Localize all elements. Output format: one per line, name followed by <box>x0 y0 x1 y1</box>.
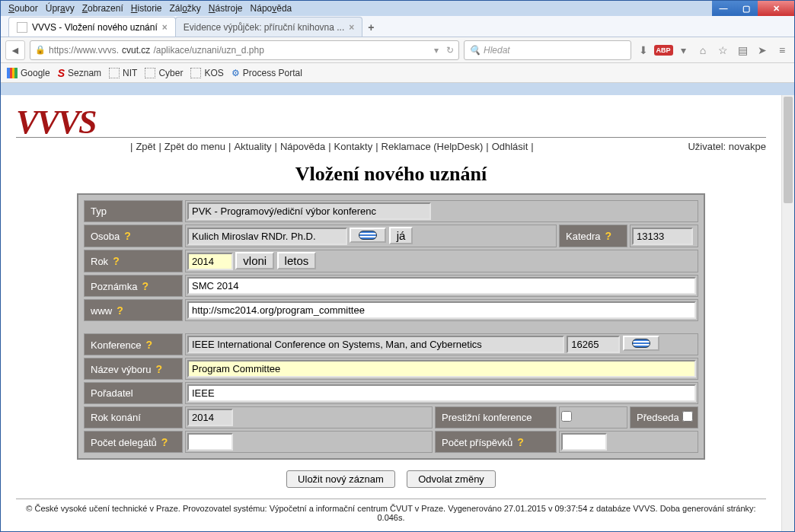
tab-inactive[interactable]: Evidence výpůjček: příruční knihovna ...… <box>175 17 362 37</box>
menu-zalozky[interactable]: Záložky <box>166 2 203 14</box>
app-logo: VVVS <box>16 103 96 142</box>
label-www: www? <box>84 299 183 321</box>
reader-icon[interactable]: ▤ <box>735 43 750 58</box>
help-icon[interactable]: ? <box>161 436 168 448</box>
menu-bar: Soubor Úpravy Zobrazení Historie Záložky… <box>1 1 794 16</box>
konference-field[interactable] <box>187 336 564 353</box>
help-icon[interactable]: ? <box>124 230 131 242</box>
menu-historie[interactable]: Historie <box>128 2 165 14</box>
help-icon[interactable]: ? <box>517 436 524 448</box>
label-osoba: Osoba? <box>84 225 183 247</box>
bookmark-seznam[interactable]: SSeznam <box>58 67 101 79</box>
maximize-button[interactable]: ▢ <box>735 1 758 16</box>
bookmark-label: Process Portal <box>243 68 302 78</box>
nav-kontakty[interactable]: Kontakty <box>331 141 376 152</box>
bookmark-label: Google <box>21 68 50 78</box>
url-bar[interactable]: 🔒 https://www.vvvs.cvut.cz/aplikace/uzna… <box>30 40 459 60</box>
poznamka-field[interactable] <box>187 277 696 295</box>
label-pocet-prispevku: Počet příspěvků? <box>435 431 557 453</box>
search-icon: 🔍 <box>469 45 481 56</box>
nav-reklamace[interactable]: Reklamace (HelpDesk) <box>378 141 487 152</box>
rok-field[interactable] <box>187 253 233 270</box>
menu-upravy[interactable]: Úpravy <box>43 2 78 14</box>
nav-zpet[interactable]: Zpět <box>132 141 158 152</box>
osoba-lookup-button[interactable] <box>350 228 386 243</box>
ja-button[interactable]: já <box>389 227 413 244</box>
top-nav: | Zpět | Zpět do menu | Aktuality | Nápo… <box>16 138 766 157</box>
help-icon[interactable]: ? <box>146 339 153 351</box>
menu-zobrazeni[interactable]: Zobrazení <box>79 2 126 14</box>
vertical-scrollbar[interactable] <box>781 95 794 531</box>
vloni-button[interactable]: vloni <box>235 252 274 269</box>
label-katedra: Katedra? <box>559 225 627 247</box>
browser-window: — ▢ ✕ Soubor Úpravy Zobrazení Historie Z… <box>0 0 795 532</box>
konference-lookup-button[interactable] <box>623 336 659 351</box>
bookmark-nit[interactable]: NIT <box>109 68 137 78</box>
predseda-checkbox[interactable] <box>682 411 693 422</box>
nav-aktuality[interactable]: Aktuality <box>231 141 274 152</box>
minimize-button[interactable]: — <box>712 1 735 16</box>
letos-button[interactable]: letos <box>277 252 317 269</box>
save-button[interactable]: Uložit nový záznam <box>286 470 395 488</box>
tab-active[interactable]: VVVS - Vložení nového uznání × <box>8 17 176 37</box>
url-path: /aplikace/uznani/uzn_d.php <box>153 45 263 56</box>
tab-close-icon[interactable]: × <box>162 22 168 33</box>
search-placeholder: Hledat <box>484 45 510 56</box>
hamburger-icon[interactable]: ≡ <box>774 43 790 58</box>
rok-konani-field[interactable] <box>187 409 233 426</box>
page-title: Vložení nového uznání <box>16 163 766 186</box>
cancel-button[interactable]: Odvolat změny <box>407 470 496 488</box>
www-field[interactable] <box>187 301 696 319</box>
reload-icon[interactable]: ↻ <box>446 45 454 56</box>
bookmark-star-icon[interactable]: ☆ <box>715 43 730 58</box>
label-konference: Konference? <box>84 333 183 355</box>
google-icon <box>7 68 18 78</box>
search-box[interactable]: 🔍 Hledat <box>464 40 631 60</box>
bookmark-cyber[interactable]: Cyber <box>145 68 183 78</box>
back-button[interactable]: ◄ <box>5 40 25 60</box>
label-poznamka: Poznámka? <box>84 275 183 297</box>
bookmark-kos[interactable]: KOS <box>190 68 223 78</box>
bookmarks-bar: Google SSeznam NIT Cyber KOS ⚙Process Po… <box>1 63 794 83</box>
bookmark-portal[interactable]: ⚙Process Portal <box>231 68 302 78</box>
pocet-delegatu-field[interactable] <box>187 433 233 451</box>
favicon-icon <box>17 22 27 33</box>
help-icon[interactable]: ? <box>155 363 162 375</box>
help-icon[interactable]: ? <box>605 230 612 242</box>
menu-nastroje[interactable]: Nástroje <box>206 2 246 14</box>
help-icon[interactable]: ? <box>113 255 120 267</box>
osoba-field[interactable] <box>187 228 347 245</box>
help-icon[interactable]: ? <box>117 304 123 317</box>
generic-icon <box>109 68 120 78</box>
url-dropdown-icon[interactable]: ▾ <box>434 45 439 56</box>
katedra-field[interactable] <box>632 228 693 245</box>
nav-napoveda[interactable]: Nápověda <box>277 141 328 152</box>
typ-field[interactable] <box>187 202 431 220</box>
help-icon[interactable]: ? <box>142 280 148 292</box>
bookmark-label: NIT <box>123 68 137 78</box>
poradatel-field[interactable] <box>187 384 696 402</box>
dropdown-icon[interactable]: ▾ <box>675 43 691 58</box>
scrollbar-thumb[interactable] <box>784 97 793 203</box>
tab-add-button[interactable]: + <box>362 18 380 37</box>
generic-icon <box>190 68 201 78</box>
nav-odhlasit[interactable]: Odhlásit <box>489 141 532 152</box>
gear-icon: ⚙ <box>231 68 240 78</box>
window-close-button[interactable]: ✕ <box>758 1 794 16</box>
nav-zpet-menu[interactable]: Zpět do menu <box>161 141 228 152</box>
abp-icon[interactable]: ABP <box>656 43 671 58</box>
konference-id-field[interactable] <box>567 336 620 353</box>
prestizni-checkbox[interactable] <box>561 411 572 422</box>
bookmark-google[interactable]: Google <box>7 68 50 78</box>
tab-bar: VVVS - Vložení nového uznání × Evidence … <box>1 16 794 37</box>
menu-soubor[interactable]: Soubor <box>5 2 41 14</box>
menu-napoveda[interactable]: Nápověda <box>247 2 295 14</box>
pocet-prispevku-field[interactable] <box>561 433 607 451</box>
nazev-vyboru-field[interactable] <box>187 360 696 377</box>
home-icon[interactable]: ⌂ <box>695 43 710 58</box>
bookmark-label: Cyber <box>158 68 183 78</box>
tab-close-icon[interactable]: × <box>349 22 354 33</box>
download-icon[interactable]: ⬇ <box>636 43 651 58</box>
send-icon[interactable]: ➤ <box>755 43 770 58</box>
nav-toolbar: ◄ 🔒 https://www.vvvs.cvut.cz/aplikace/uz… <box>1 37 794 63</box>
